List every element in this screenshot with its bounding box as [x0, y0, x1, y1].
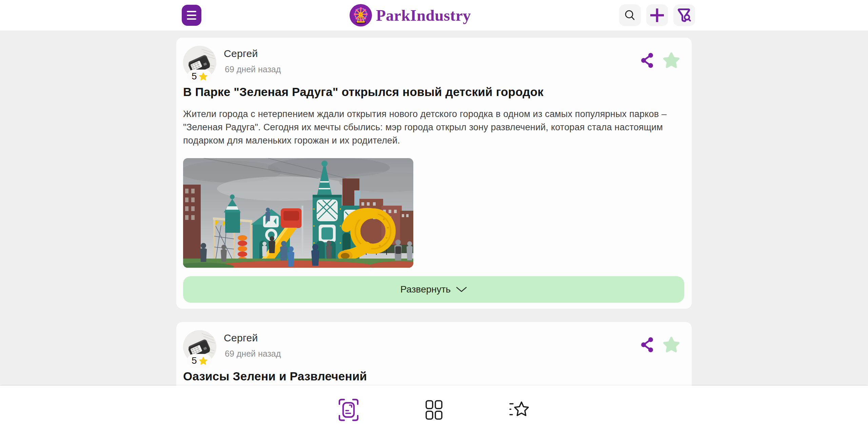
nav-item-favorites[interactable]	[508, 398, 531, 422]
plus-icon	[649, 7, 665, 23]
share-icon	[640, 53, 654, 68]
bottom-nav	[0, 386, 868, 434]
expand-label: Развернуть	[400, 284, 451, 295]
hamburger-icon	[187, 11, 196, 12]
grid-icon	[425, 400, 443, 420]
add-post-button[interactable]	[646, 4, 668, 26]
favorite-button[interactable]	[663, 336, 680, 353]
chevron-down-icon	[456, 287, 467, 293]
expand-button[interactable]: Развернуть	[183, 276, 684, 303]
feed: 5 Сергей 69 дней назад	[0, 31, 868, 386]
ferris-wheel-icon	[350, 4, 372, 26]
brand-logo[interactable]: ParkIndustry	[201, 4, 619, 26]
brand-name: ParkIndustry	[376, 6, 471, 24]
nav-item-feed[interactable]	[337, 398, 360, 422]
rating-value: 5	[192, 355, 197, 366]
post-image[interactable]	[183, 158, 413, 268]
search-icon	[623, 8, 637, 22]
favorite-button[interactable]	[663, 52, 680, 69]
share-button[interactable]	[640, 337, 654, 353]
nav-item-catalog[interactable]	[422, 398, 446, 422]
playground-photo-illustration	[183, 158, 413, 268]
author-name: Сергей	[224, 332, 281, 344]
search-button[interactable]	[619, 4, 641, 26]
document-scan-icon	[338, 398, 359, 421]
post-title: Оазисы Зелени и Развлечений	[183, 370, 684, 383]
filter-search-icon	[676, 7, 692, 23]
post-time: 69 дней назад	[225, 64, 281, 74]
app-header: ParkIndustry	[0, 0, 868, 31]
post-body: Жители города с нетерпением ждали открыт…	[183, 108, 669, 147]
rating-star-icon	[199, 356, 208, 365]
post-card: 5 Сергей 69 дней назад	[176, 322, 692, 386]
favorite-star-icon	[663, 336, 680, 353]
rating-star-icon	[199, 72, 208, 81]
rating-value: 5	[192, 71, 197, 82]
rating-badge: 5	[187, 354, 212, 367]
share-button[interactable]	[640, 53, 654, 68]
header-actions	[619, 4, 695, 26]
rating-badge: 5	[187, 70, 212, 83]
post-card: 5 Сергей 69 дней назад	[176, 38, 692, 309]
filter-button[interactable]	[673, 4, 695, 26]
post-time: 69 дней назад	[225, 349, 281, 359]
author-name: Сергей	[224, 48, 281, 59]
share-icon	[640, 337, 654, 353]
star-sparkle-icon	[509, 401, 530, 419]
hamburger-menu-button[interactable]	[182, 5, 201, 26]
author-avatar[interactable]: 5	[183, 330, 216, 363]
post-title: В Парке "Зеленая Радуга" открылся новый …	[183, 85, 684, 99]
author-avatar[interactable]: 5	[183, 46, 216, 79]
favorite-star-icon	[663, 52, 680, 69]
